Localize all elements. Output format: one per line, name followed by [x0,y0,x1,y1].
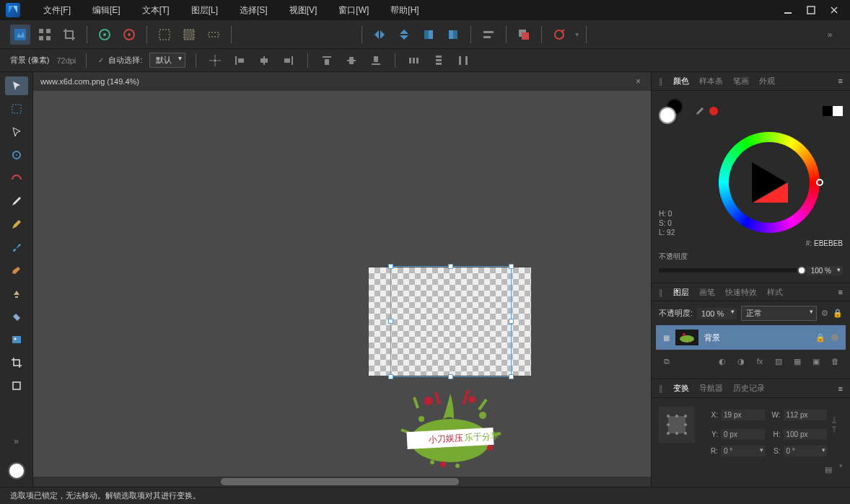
menu-file[interactable]: 文件[F] [35,1,79,19]
layers-panel-menu[interactable]: ≡ [838,288,843,296]
blend-mode-dropdown[interactable]: 正常 [741,306,817,321]
maximize-button[interactable] [801,3,821,17]
flip-vertical-button[interactable] [394,25,414,45]
document-tab[interactable]: www.x6d.com.png (149.4%) × [33,72,651,91]
color-sample-icon[interactable] [709,107,718,115]
handle-br[interactable] [509,374,514,379]
tab-navigator[interactable]: 导航器 [699,381,723,395]
transform-panel-menu[interactable]: ≡ [838,384,843,393]
live-filter-button[interactable]: ▨ [771,354,787,368]
handle-tl[interactable] [388,264,393,269]
marquee-tool[interactable] [5,100,28,118]
tone-map-button[interactable] [119,25,139,45]
tab-appearance[interactable]: 外观 [759,74,775,88]
selection-bounds[interactable] [390,266,512,377]
link-wh-icon[interactable] [830,414,843,436]
picture-tool[interactable] [5,330,28,349]
align-left-button[interactable] [231,52,248,69]
adjustment-button[interactable]: ◑ [733,354,749,368]
color-swatch-icon[interactable] [8,462,25,479]
add-layer-button[interactable]: ▦ [789,354,805,368]
distribute-spacing-button[interactable] [455,52,472,69]
align-button[interactable] [478,25,499,45]
auto-select-checkbox[interactable]: ✓ 自动选择: [97,55,142,66]
auto-select-dropdown[interactable]: 默认 [149,53,185,68]
panel-grip-icon[interactable]: ‖ [659,76,663,86]
align-center-v-button[interactable] [343,52,360,69]
pen-tool[interactable] [5,192,28,211]
transform-origin-button[interactable] [206,52,224,69]
menu-layer[interactable]: 图层[L] [183,1,227,19]
handle-tr[interactable] [509,264,514,269]
layer-visibility-icon[interactable]: ▦ [663,334,670,342]
menu-select[interactable]: 选择[S] [231,1,276,19]
delete-layer-button[interactable]: 🗑 [827,354,843,368]
tab-stroke[interactable]: 笔画 [733,74,749,88]
snap-dropdown-icon[interactable]: ▾ [575,30,579,38]
flood-select-tool[interactable] [5,169,28,187]
anchor-selector[interactable] [659,407,695,443]
tab-styles[interactable]: 样式 [767,286,783,299]
rotate-cw-button[interactable] [443,25,463,45]
handle-mr[interactable] [509,319,514,324]
tab-layers[interactable]: 图层 [673,286,689,299]
color-swatch-pair[interactable] [659,98,688,124]
snapping-button[interactable] [549,25,569,45]
tab-swatches[interactable]: 样本条 [699,74,723,88]
transform-align-button[interactable]: ▤ [820,462,836,477]
tab-brushes[interactable]: 画笔 [699,286,715,299]
menu-view[interactable]: 视图[V] [281,1,326,19]
tab-transform[interactable]: 变换 [673,381,689,395]
menu-text[interactable]: 文本[T] [133,1,178,19]
layer-gear-icon[interactable]: ⚙ [821,309,828,318]
crop-tool[interactable] [5,353,28,372]
marquee-sub-button[interactable] [203,25,224,45]
layer-opacity-dropdown[interactable]: 100 % [697,308,737,319]
r-field[interactable]: 0 ° [721,446,765,456]
hex-value[interactable]: EBEBEB [814,239,843,247]
align-right-button[interactable] [280,52,297,69]
menu-window[interactable]: 窗口[W] [330,1,377,19]
crop-icon-button[interactable] [59,25,79,45]
transform-mode-dropdown[interactable]: ▾ [839,462,843,477]
handle-bm[interactable] [448,374,453,379]
horizontal-scrollbar[interactable] [33,477,651,487]
eyedropper-icon[interactable] [693,106,704,116]
pencil-tool[interactable] [5,215,28,234]
opacity-slider[interactable] [659,268,802,273]
healing-tool[interactable] [5,307,28,326]
marquee-select-button[interactable] [154,25,175,45]
layer-group-button[interactable]: ⧉ [659,354,675,368]
align-center-h-button[interactable] [255,52,273,69]
canvas-viewport[interactable]: 小刀娱压 乐于分享 [33,91,651,477]
tab-color[interactable]: 颜色 [673,74,689,88]
menu-edit[interactable]: 编辑[E] [84,1,129,19]
mini-swatches[interactable] [823,106,843,116]
rectangle-tool[interactable] [5,376,28,395]
fx-button[interactable]: fx [752,354,768,368]
clone-tool[interactable] [5,284,28,303]
tab-history[interactable]: 历史记录 [733,381,765,395]
move-tool[interactable] [5,76,28,95]
gear-tool[interactable] [5,146,28,164]
flip-horizontal-button[interactable] [369,25,390,45]
panel-grip-icon[interactable]: ‖ [659,288,663,297]
tab-fx[interactable]: 快速特效 [725,286,757,299]
align-bottom-button[interactable] [367,52,385,69]
h-field[interactable]: 100 px [784,429,828,440]
panel-grip-icon[interactable]: ‖ [659,384,663,393]
menu-help[interactable]: 帮助[H] [382,1,427,19]
develop-button[interactable] [95,25,115,45]
w-field[interactable]: 112 px [784,410,828,420]
handle-tm[interactable] [448,264,453,269]
rotate-ccw-button[interactable] [419,25,439,45]
x-field[interactable]: 19 px [721,410,765,420]
opacity-value-dropdown[interactable]: 100 % [807,266,843,275]
minimize-button[interactable] [778,3,798,17]
persona-photo-button[interactable] [10,25,30,45]
duplicate-layer-button[interactable]: ▣ [808,354,824,368]
canvas-content[interactable]: 小刀娱压 乐于分享 [369,268,531,376]
arrange-button[interactable] [514,25,534,45]
toolbar-more-button[interactable]: » [820,25,840,45]
color-wheel[interactable] [695,128,843,236]
